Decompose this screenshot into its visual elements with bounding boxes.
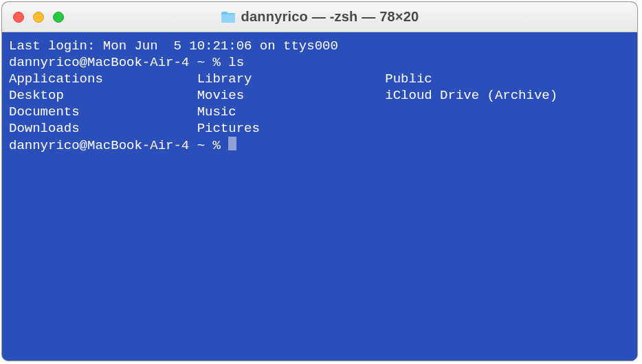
terminal-line: Downloads Pictures [9,120,630,137]
terminal-content: Last login: Mon Jun 5 10:21:06 on ttys00… [9,38,630,154]
titlebar[interactable]: dannyrico — -zsh — 78×20 [2,2,637,32]
terminal-line: Documents Music [9,104,630,120]
terminal-line: Applications Library Public [9,71,630,87]
terminal-line: Last login: Mon Jun 5 10:21:06 on ttys00… [9,38,630,54]
close-button[interactable] [13,12,24,23]
title-area: dannyrico — -zsh — 78×20 [2,9,637,25]
traffic-lights [13,12,64,23]
terminal-viewport[interactable]: Last login: Mon Jun 5 10:21:06 on ttys00… [2,32,637,361]
terminal-window: dannyrico — -zsh — 78×20 Last login: Mon… [1,1,638,361]
minimize-button[interactable] [33,12,44,23]
folder-icon [221,11,236,23]
terminal-line: dannyrico@MacBook-Air-4 ~ % ls [9,54,630,71]
window-title: dannyrico — -zsh — 78×20 [241,9,419,25]
cursor [228,137,236,150]
terminal-line: Desktop Movies iCloud Drive (Archive) [9,87,630,104]
zoom-button[interactable] [53,12,64,23]
terminal-prompt[interactable]: dannyrico@MacBook-Air-4 ~ % [9,137,630,154]
